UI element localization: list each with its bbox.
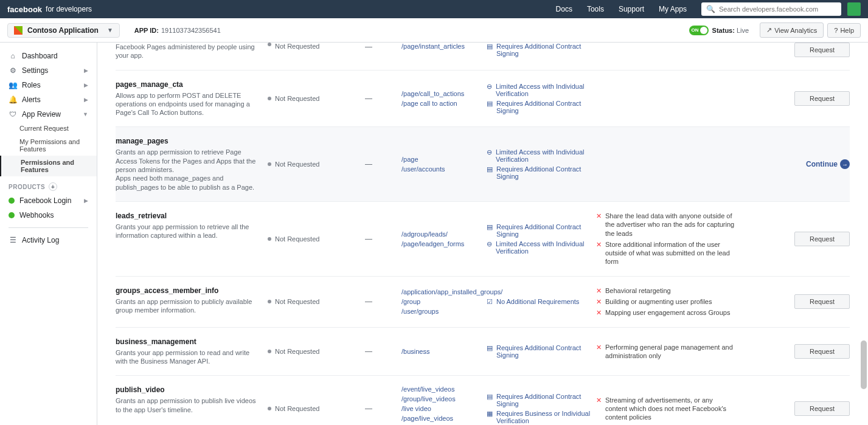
permission-desc: Grants an app permission to publish live… — [116, 396, 262, 414]
permission-title: pages_manage_cta — [116, 80, 262, 89]
request-button[interactable]: Request — [794, 91, 850, 106]
request-button[interactable]: Request — [794, 344, 850, 359]
dash: — — [365, 212, 401, 266]
status-text: Not Requested — [275, 405, 319, 412]
x-icon: ✕ — [596, 396, 602, 404]
search-input[interactable] — [719, 5, 836, 13]
permission-desc: Facebook Pages administered by people us… — [116, 43, 262, 60]
scrollbar-thumb[interactable] — [861, 340, 867, 389]
status-toggle[interactable]: ON — [689, 26, 709, 35]
permission-title: business_management — [116, 337, 262, 346]
request-button[interactable]: Request — [794, 232, 850, 246]
api-link[interactable]: /user/accounts — [401, 165, 487, 173]
help-icon: ? — [834, 27, 838, 34]
chevron-down-icon: ▼ — [107, 27, 113, 33]
permission-title: groups_access_member_info — [116, 286, 262, 295]
status-text: Not Requested — [275, 95, 319, 102]
permission-title: leads_retrieval — [116, 212, 262, 220]
sidebar-subitem-my-permissions[interactable]: My Permissions and Features — [0, 135, 97, 156]
sidebar-item-settings[interactable]: ⚙Settings▶ — [0, 63, 97, 78]
api-link[interactable]: /page/live_videos — [401, 415, 487, 422]
logo[interactable]: facebook for developers — [7, 5, 92, 14]
home-icon: ⌂ — [9, 52, 17, 60]
permission-title: publish_video — [116, 385, 262, 394]
sidebar-product-webhooks[interactable]: Webhooks — [0, 208, 97, 223]
chevron-right-icon: ▶ — [84, 97, 88, 103]
document-icon: ▤ — [487, 393, 493, 401]
status-text: Not Requested — [275, 43, 319, 50]
request-button[interactable]: Request — [794, 43, 850, 57]
search-icon: 🔍 — [706, 5, 715, 13]
chevron-right-icon: ▶ — [84, 198, 88, 204]
api-link[interactable]: /application/app_installed_groups/ — [401, 288, 487, 295]
api-link[interactable]: /group — [401, 298, 487, 305]
api-link[interactable]: /page/instant_articles — [401, 43, 487, 50]
bell-icon: 🔔 — [9, 95, 17, 104]
nav-support[interactable]: Support — [619, 5, 644, 13]
nav-tools[interactable]: Tools — [587, 5, 604, 13]
status-text: Not Requested — [275, 235, 319, 243]
check-icon — [9, 198, 15, 204]
status-label: Status: Live — [712, 27, 749, 34]
sidebar-section-products: PRODUCTS+ — [0, 176, 97, 193]
permissions-table: Facebook Pages administered by people us… — [97, 43, 868, 425]
x-icon: ✕ — [596, 212, 602, 220]
permission-desc: Allows app to perform POST and DELETE op… — [116, 91, 262, 117]
minus-circle-icon: ⊖ — [487, 83, 492, 91]
request-button[interactable]: Request — [794, 294, 850, 309]
sidebar-subitem-current-request[interactable]: Current Request — [0, 122, 97, 135]
permission-desc: Grants your app permission to retrieve a… — [116, 223, 262, 240]
sidebar-subitem-permissions[interactable]: Permissions and Features — [0, 156, 97, 176]
api-link[interactable]: /business — [401, 348, 487, 355]
chevron-right-icon: ▶ — [84, 67, 88, 74]
add-product-button[interactable]: + — [49, 182, 57, 191]
dash: — — [365, 286, 401, 317]
brand-text: facebook — [7, 5, 42, 14]
sidebar-product-facebook-login[interactable]: Facebook Login▶ — [0, 193, 97, 208]
help-button[interactable]: ? Help — [827, 23, 861, 38]
app-id: APP ID:1911037342356541 — [134, 27, 221, 34]
minus-circle-icon: ⊖ — [487, 240, 492, 248]
minus-circle-icon: ⊖ — [487, 148, 492, 156]
sidebar-item-app-review[interactable]: 🛡App Review▼ — [0, 107, 97, 122]
people-icon: 👥 — [9, 81, 17, 89]
api-link[interactable]: /event/live_videos — [401, 385, 487, 393]
briefcase-icon: ▦ — [487, 410, 493, 418]
api-link[interactable]: /page/call_to_actions — [401, 90, 487, 97]
permission-title: manage_pages — [116, 137, 262, 145]
gear-icon: ⚙ — [9, 66, 17, 75]
api-link[interactable]: /adgroup/leads/ — [401, 230, 487, 238]
nav-myapps[interactable]: My Apps — [659, 5, 687, 13]
avatar[interactable] — [847, 2, 861, 16]
api-link[interactable]: /live video — [401, 405, 487, 412]
document-icon: ▤ — [487, 223, 493, 231]
check-box-icon: ☑ — [487, 298, 493, 306]
document-icon: ▤ — [487, 165, 493, 173]
sidebar-item-dashboard[interactable]: ⌂Dashboard — [0, 49, 97, 63]
sidebar-item-activity-log[interactable]: ☰Activity Log — [0, 233, 97, 247]
sidebar-item-roles[interactable]: 👥Roles▶ — [0, 78, 97, 92]
api-link[interactable]: /page — [401, 156, 487, 163]
analytics-icon: ↗ — [766, 26, 772, 34]
request-button[interactable]: Request — [794, 401, 850, 416]
nav-docs[interactable]: Docs — [556, 5, 572, 13]
api-link[interactable]: /page call to action — [401, 100, 487, 107]
app-selector[interactable]: Contoso Application ▼ — [7, 23, 120, 38]
check-icon — [9, 212, 15, 218]
continue-button[interactable]: Continue → — [806, 159, 850, 169]
x-icon: ✕ — [596, 286, 602, 295]
sidebar-item-alerts[interactable]: 🔔Alerts▶ — [0, 92, 97, 107]
api-link[interactable]: /group/live_videos — [401, 395, 487, 403]
dash: — — [365, 385, 401, 425]
dash: — — [365, 80, 401, 117]
app-name: Contoso Application — [27, 26, 99, 35]
document-icon: ▤ — [487, 100, 493, 108]
api-link[interactable]: /page/leadgen_forms — [401, 240, 487, 247]
x-icon: ✕ — [596, 240, 602, 249]
search-box[interactable]: 🔍 — [701, 2, 841, 16]
api-link[interactable]: /user/groups — [401, 308, 487, 315]
x-icon: ✕ — [596, 308, 602, 317]
status-text: Not Requested — [275, 348, 319, 355]
permission-desc: Grants an app permission to retrieve Pag… — [116, 148, 262, 191]
view-analytics-button[interactable]: ↗ View Analytics — [760, 22, 824, 38]
